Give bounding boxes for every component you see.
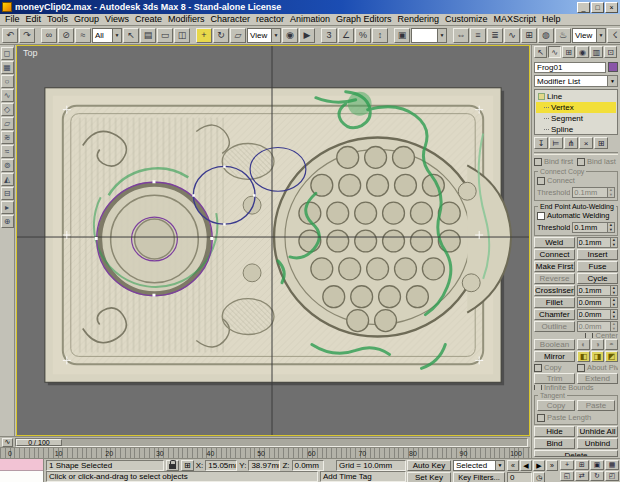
select-object-icon[interactable]: ↖ ▼ [123,28,139,43]
viewport-label[interactable]: Top [23,48,38,58]
bind-to-space-warp-icon[interactable]: ≈ ▼ [75,28,91,43]
set-key-button[interactable]: Set Key [407,472,451,482]
reactor-utilities-icon[interactable]: ⊕ [1,215,14,228]
connect-button[interactable]: Connect [534,249,575,260]
reactor-wind-icon[interactable]: ≈ [1,145,14,158]
time-slider-handle[interactable]: 0 / 100 [16,439,62,446]
insert-button[interactable]: Insert [577,249,618,260]
boolean-button[interactable]: Boolean [534,339,575,350]
maxscript-mini-listener[interactable] [0,459,44,482]
cross-insert-button[interactable]: CrossInsert [534,285,575,296]
fuse-button[interactable]: Fuse [577,261,618,272]
connect-copy-checkbox[interactable]: Connect [537,176,615,185]
curve-editor-icon[interactable]: ∿ ▼ [504,28,520,43]
menu-help[interactable]: Help [539,14,564,25]
stack-subobject-item[interactable]: Spline [536,124,616,135]
quick-render-icon[interactable]: ☇ ▼ [607,28,620,43]
menu-views[interactable]: Views [102,14,132,25]
automatic-welding-checkbox[interactable]: Automatic Welding [537,211,615,220]
go-to-start-button[interactable]: « [507,460,519,471]
window-crossing-toggle-icon[interactable]: ◫ ▼ [174,28,190,43]
go-to-end-button[interactable]: » [546,460,558,471]
redo-icon[interactable]: ↷ ▼ [19,28,35,43]
extend-button[interactable]: Extend [577,373,618,384]
key-mode-dropdown[interactable]: Selected ▼ [453,460,505,471]
bind-first-checkbox[interactable]: Bind first [534,157,575,166]
mirror-copy-checkbox[interactable]: Copy [534,363,575,372]
snaps-toggle-icon[interactable]: 3 ▼ [321,28,337,43]
viewport-top[interactable]: Top [16,45,530,436]
current-frame-field[interactable]: 0 [507,472,532,482]
mirror-icon[interactable]: ⇔ ▼ [453,28,469,43]
selection-lock-toggle[interactable] [166,460,179,471]
mirror-horizontal-icon[interactable]: ◧ [577,351,590,362]
open-mini-curve-editor-button[interactable]: ∿ [2,438,13,447]
z-coordinate-field[interactable]: 0.0mm [292,460,324,471]
schematic-view-icon[interactable]: ⊞ ▼ [521,28,537,43]
material-editor-icon[interactable]: ◍ ▼ [538,28,554,43]
select-and-manipulate-icon[interactable]: ▶ ▼ [299,28,315,43]
stack-item-line[interactable]: Line [536,91,616,102]
zoom-extents-all-icon[interactable]: ▦ [605,460,619,470]
edit-named-selection-sets-icon[interactable]: ▣ ▼ [394,28,410,43]
time-configuration-button[interactable]: ◷ [533,472,545,482]
make-first-button[interactable]: Make First [534,261,575,272]
menu-customize[interactable]: Customize [442,14,491,25]
modifier-list-dropdown[interactable]: Modifier List ▼ [534,75,618,87]
reactor-rigid-body-collection-icon[interactable]: ◻ [1,47,14,60]
menu-file[interactable]: File [2,14,23,25]
reactor-fracture-icon[interactable]: ◭ [1,173,14,186]
boolean-subtract-icon[interactable]: ◑ [591,339,604,350]
reactor-rope-collection-icon[interactable]: ∿ [1,89,14,102]
configure-modifier-sets-icon[interactable]: ⊞ [594,137,608,149]
play-animation-button[interactable]: ▶ [533,460,545,471]
selection-filter-dropdown[interactable]: All ▼ [92,28,122,43]
tab-motion[interactable]: ◉ [576,46,589,58]
arc-rotate-icon[interactable]: ↻ [590,471,604,481]
fillet-spinner[interactable]: 0.0mm ▴▾ [577,297,619,308]
boolean-intersect-icon[interactable]: ◓ [605,339,618,350]
outline-spinner[interactable]: 0.0mm ▴▾ [577,321,619,332]
chamfer-button[interactable]: Chamfer [534,309,575,320]
menu-group[interactable]: Group [71,14,102,25]
tab-modify[interactable]: ∿ [548,46,561,58]
menu-create[interactable]: Create [132,14,165,25]
boolean-union-icon[interactable]: ◐ [577,339,590,350]
reactor-spring-icon[interactable]: ≋ [1,131,14,144]
auto-weld-threshold-spinner[interactable]: 0.1mm ▴▾ [572,222,615,233]
select-and-rotate-icon[interactable]: ↻ ▼ [213,28,229,43]
fillet-button[interactable]: Fillet [534,297,575,308]
tab-hierarchy[interactable]: ⊞ [562,46,575,58]
remove-modifier-icon[interactable]: × [579,137,593,149]
auto-key-button[interactable]: Auto Key [407,460,451,471]
cycle-button[interactable]: Cycle [577,273,618,284]
viewport-canvas[interactable] [17,46,529,435]
unbind-button[interactable]: Unbind [577,438,618,449]
listener-script-row[interactable] [0,471,43,482]
select-by-name-icon[interactable]: ▤ ▼ [140,28,156,43]
min-max-toggle-icon[interactable]: ◰ [605,471,619,481]
layer-manager-icon[interactable]: ≣ ▼ [487,28,503,43]
object-color-swatch[interactable] [608,62,618,72]
key-filters-button[interactable]: Key Filters... [453,472,505,482]
stack-subobject-item[interactable]: Vertex [536,102,616,113]
minimize-button[interactable]: _ [577,2,590,13]
select-and-scale-icon[interactable]: ▱ ▼ [230,28,246,43]
tab-utilities[interactable]: ⊡ [604,46,617,58]
make-unique-icon[interactable]: ⋔ [564,137,578,149]
mirror-vertical-icon[interactable]: ◨ [591,351,604,362]
y-coordinate-field[interactable]: 38.97mm [248,460,280,471]
outline-center-checkbox[interactable]: Center [534,333,618,338]
pan-icon[interactable]: ⇄ [575,471,589,481]
show-end-result-icon[interactable]: ⊨ [549,137,563,149]
zoom-icon[interactable]: + [560,460,574,470]
menu-rendering[interactable]: Rendering [395,14,443,25]
menu-reactor[interactable]: reactor [253,14,287,25]
menu-maxscript[interactable]: MAXScript [491,14,540,25]
render-scene-icon[interactable]: ♨ ▼ [555,28,571,43]
trim-button[interactable]: Trim [534,373,575,384]
reverse-button[interactable]: Reverse [534,273,575,284]
menu-animation[interactable]: Animation [287,14,333,25]
stack-subobject-item[interactable]: Segment [536,113,616,124]
object-name-field[interactable]: Frog01 [534,62,606,73]
